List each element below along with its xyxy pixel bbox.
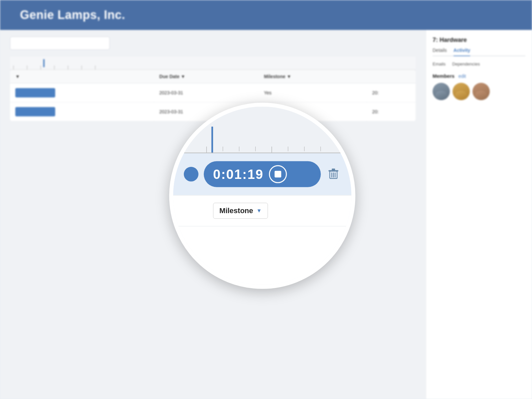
timeline-marker [43,59,45,67]
task-bar-cell-2 [10,102,154,121]
members-section: Members edit [433,73,525,100]
tick-5 [272,147,272,153]
tab-activity[interactable]: Activity [454,48,470,56]
task-detail-title: 7: Hardware [433,37,525,44]
search-box[interactable] [10,37,110,50]
avatar-2 [453,83,470,100]
detail-tabs: Details Activity [433,48,525,56]
table-header-row: ▼ Due Date ▼ Milestone ▼ [10,70,416,83]
mag-bottom-fill [173,226,351,285]
avatar-3 [472,83,490,100]
extra-cell: 20: [367,83,416,102]
mag-milestone-row: Milestone ▼ [173,195,351,226]
delete-button[interactable] [326,167,341,182]
magnify-overlay: 0:01:19 M [169,103,355,289]
filter-bar [10,37,416,50]
tick-6 [288,147,288,151]
extra-cell-2: 20: [367,102,416,121]
svg-rect-2 [332,169,335,171]
col-filter[interactable]: ▼ [10,70,154,83]
members-header: Members edit [433,73,525,79]
table-row: 2023-03-31 Yes 20: [10,83,416,102]
mag-timer-row: 0:01:19 [173,153,351,195]
tick-4 [255,147,256,151]
members-label: Members [433,73,455,79]
sub-tab-emails[interactable]: Emails [433,62,446,66]
tick-8 [321,147,321,151]
record-indicator [184,167,199,182]
tick-7 [304,147,305,151]
task-bar-cell [10,83,154,102]
timer-badge: 0:01:19 [204,161,321,187]
task-bar-2 [15,107,55,116]
tick-1 [206,147,207,153]
col-extra [367,70,416,83]
magnify-circle: 0:01:19 M [169,103,355,289]
tick-3 [239,147,239,151]
milestone-yes: Yes [264,90,272,95]
app-header: Genie Lamps, Inc. [0,0,532,30]
timer-display: 0:01:19 [213,167,264,182]
timeline-ruler [10,57,416,70]
col-due-date[interactable]: Due Date ▼ [154,70,259,83]
task-bar [15,88,55,97]
sub-tabs: Emails Dependencies [433,62,525,66]
trash-icon [329,169,338,180]
tick-2 [223,147,223,151]
right-panel: 7: Hardware Details Activity Emails Depe… [426,30,532,399]
ruler-tick [27,66,27,69]
row-date-1: 2023-03-31 [159,90,183,95]
members-edit-link[interactable]: edit [459,73,466,79]
avatar-1 [433,83,450,100]
stop-icon [275,171,281,178]
ruler-tick [81,66,82,69]
sub-tab-dependencies[interactable]: Dependencies [452,62,480,66]
ruler-ticks [206,147,321,153]
ruler-tick [68,66,68,69]
ruler-tick [41,66,41,69]
ruler-tick [13,66,14,69]
col-milestone-header[interactable]: Milestone ▼ [259,70,367,83]
milestone-filter-icon: ▼ [256,208,262,214]
milestone-filter-box[interactable]: Milestone ▼ [213,203,268,219]
app-title: Genie Lamps, Inc. [20,8,125,22]
tab-details[interactable]: Details [433,48,447,56]
due-date-cell: 2023-03-31 [154,83,259,102]
ruler-base-line [173,153,351,153]
ruler-tick [95,66,95,69]
mag-ruler [173,107,351,153]
milestone-label: Milestone [219,206,253,215]
stop-button[interactable] [269,165,287,183]
ruler-tick [54,66,55,69]
members-avatars [433,83,525,100]
milestone-cell: Yes [259,83,367,102]
